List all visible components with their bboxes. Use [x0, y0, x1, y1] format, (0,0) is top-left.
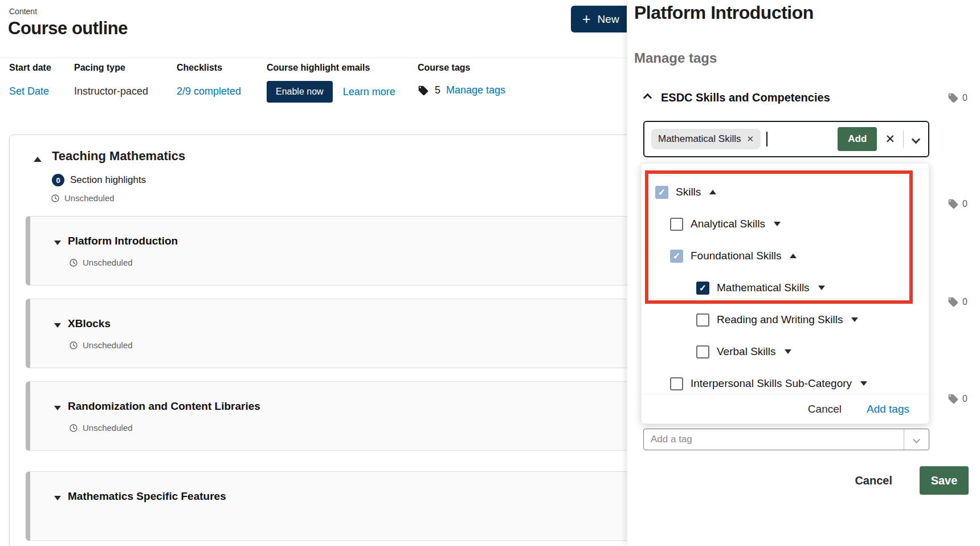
clock-icon: [69, 423, 78, 433]
checklists-label: Checklists: [177, 63, 241, 73]
subsection-card-math-features[interactable]: Mathematics Specific Features: [26, 471, 652, 541]
drawer-cancel-button[interactable]: Cancel: [855, 474, 892, 487]
tag-option-label: Mathematical Skills: [717, 282, 810, 294]
expand-caret-icon[interactable]: [818, 286, 825, 290]
highlights-count-badge: 0: [52, 174, 64, 186]
chevron-down-icon: [913, 436, 920, 443]
tag-icon: [948, 393, 959, 405]
checkbox-checked[interactable]: ✓: [696, 282, 709, 295]
taxonomy-tag-count: 0: [948, 393, 967, 405]
taxonomy-header[interactable]: ESDC Skills and Competencies: [644, 91, 830, 104]
expand-caret-icon[interactable]: [774, 222, 781, 226]
status-highlight-emails: Course highlight emails Enable now Learn…: [267, 63, 395, 103]
highlights-label: Section highlights: [70, 174, 146, 186]
add-tag-button[interactable]: Add: [838, 127, 877, 151]
taxonomy-tag-count: 0: [948, 198, 967, 210]
section-title: Teaching Mathematics: [52, 149, 185, 164]
section-highlights[interactable]: 0 Section highlights: [52, 174, 146, 186]
subsection-schedule: Unscheduled: [69, 258, 133, 267]
chevron-down-icon[interactable]: [912, 135, 921, 144]
tag-option-verbal-skills[interactable]: Verbal Skills: [642, 336, 929, 368]
subsection-expand-caret[interactable]: [54, 406, 61, 410]
subsection-expand-caret[interactable]: [54, 323, 61, 328]
tag-option-mathematical-skills[interactable]: ✓ Mathematical Skills: [642, 272, 929, 304]
start-date-label: Start date: [9, 63, 51, 73]
chevron-up-icon[interactable]: [643, 93, 652, 103]
expand-caret-icon[interactable]: [860, 381, 867, 386]
tag-option-label: Verbal Skills: [717, 345, 776, 358]
set-date-link[interactable]: Set Date: [9, 85, 49, 97]
checkbox-partial[interactable]: ✓: [670, 250, 683, 263]
tag-option-label: Interpersonal Skills Sub-Category: [691, 377, 852, 390]
collapse-caret-icon[interactable]: [790, 254, 797, 258]
manage-tags-link[interactable]: Manage tags: [446, 84, 505, 96]
course-tags-label: Course tags: [418, 63, 505, 73]
dropdown-add-tags-button[interactable]: Add tags: [867, 403, 909, 415]
subsection-schedule-label: Unscheduled: [83, 340, 133, 350]
taxonomy-name: ESDC Skills and Competencies: [661, 91, 830, 104]
checkbox-unchecked[interactable]: [696, 345, 709, 358]
section-schedule: Unscheduled: [51, 193, 115, 203]
tag-option-analytical-skills[interactable]: Analytical Skills: [642, 208, 929, 240]
status-start-date: Start date Set Date: [9, 63, 51, 97]
chip-remove-icon[interactable]: ✕: [747, 134, 754, 144]
status-pacing: Pacing type Instructor-paced: [74, 63, 148, 97]
section-collapse-caret[interactable]: [34, 157, 42, 162]
subsection-schedule: Unscheduled: [69, 423, 133, 433]
tag-option-reading-writing-skills[interactable]: Reading and Writing Skills: [642, 304, 929, 336]
add-a-tag-dropdown-button[interactable]: [904, 429, 929, 450]
expand-caret-icon[interactable]: [851, 317, 858, 322]
subsection-title: Platform Introduction: [68, 235, 178, 247]
subsection-title: Mathematics Specific Features: [68, 490, 226, 503]
checkbox-partial[interactable]: ✓: [655, 186, 668, 199]
tag-count-value: 0: [962, 394, 967, 404]
selected-tag-chip[interactable]: Mathematical Skills ✕: [651, 129, 761, 149]
subsection-card-randomization[interactable]: Randomization and Content Libraries Unsc…: [26, 381, 652, 451]
tag-icon: [948, 296, 959, 308]
subsection-expand-caret[interactable]: [54, 241, 61, 245]
checkbox-unchecked[interactable]: [670, 377, 683, 390]
course-tags-count: 5: [435, 84, 440, 96]
learn-more-link[interactable]: Learn more: [343, 86, 395, 98]
header-divider: [0, 58, 632, 58]
tag-option-label: Analytical Skills: [691, 218, 765, 230]
subsection-schedule-label: Unscheduled: [83, 258, 133, 267]
collapse-caret-icon[interactable]: [709, 190, 716, 194]
breadcrumb-content: Content: [9, 7, 37, 16]
pacing-value: Instructor-paced: [74, 85, 148, 97]
section-card: Teaching Mathematics 0 Section highlight…: [9, 135, 659, 546]
plus-icon: +: [582, 12, 591, 26]
add-a-tag-combobox[interactable]: [643, 429, 929, 450]
new-button-label: New: [598, 13, 619, 26]
add-a-tag-input[interactable]: [644, 429, 904, 450]
subsection-card-platform-introduction[interactable]: Platform Introduction Unscheduled: [26, 216, 652, 286]
tag-combobox[interactable]: Mathematical Skills ✕ Add ✕: [643, 121, 929, 157]
tag-option-skills[interactable]: ✓ Skills: [642, 176, 929, 208]
checklists-link[interactable]: 2/9 completed: [177, 85, 241, 97]
clock-icon: [69, 258, 78, 267]
subsection-schedule-label: Unscheduled: [83, 423, 133, 433]
checkbox-unchecked[interactable]: [670, 218, 683, 231]
tag-option-label: Reading and Writing Skills: [717, 313, 843, 326]
tag-icon: [948, 198, 959, 210]
subsection-card-xblocks[interactable]: XBlocks Unscheduled: [26, 299, 652, 368]
drawer-subtitle: Manage tags: [634, 50, 717, 66]
tag-icon: [418, 85, 429, 96]
expand-caret-icon[interactable]: [785, 349, 791, 354]
checkbox-unchecked[interactable]: [696, 313, 709, 327]
enable-now-button[interactable]: Enable now: [267, 81, 333, 103]
page-title: Course outline: [8, 18, 128, 39]
tag-option-foundational-skills[interactable]: ✓ Foundational Skills: [642, 240, 929, 272]
pacing-label: Pacing type: [74, 63, 148, 73]
dropdown-cancel-button[interactable]: Cancel: [808, 403, 842, 415]
save-button[interactable]: Save: [920, 466, 969, 495]
tag-option-label: Skills: [676, 186, 701, 198]
drawer-title: Platform Introduction: [634, 2, 814, 23]
clear-icon[interactable]: ✕: [885, 132, 895, 146]
clock-icon: [51, 194, 60, 203]
tag-dropdown-panel: ✓ Skills Analytical Skills ✓ Foundationa…: [641, 163, 929, 424]
subsection-title: Randomization and Content Libraries: [68, 400, 260, 413]
status-checklists: Checklists 2/9 completed: [177, 63, 241, 97]
tag-count-value: 0: [962, 199, 967, 209]
subsection-expand-caret[interactable]: [54, 496, 61, 500]
